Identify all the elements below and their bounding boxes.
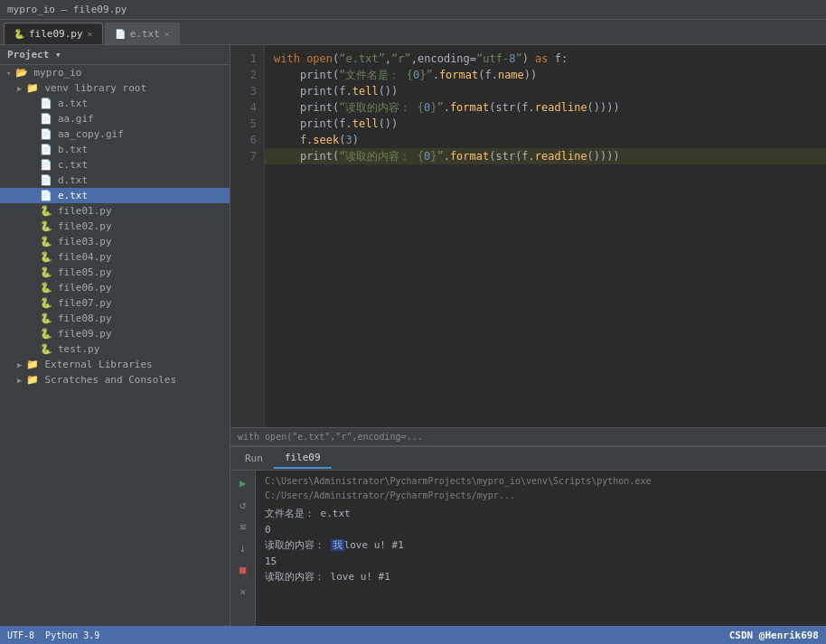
status-bar: UTF-8 Python 3.9 CSDN @Henrik698: [0, 626, 826, 644]
tree-item-scratches[interactable]: ▶📁Scratches and Consoles: [0, 372, 230, 387]
tree-label-a_txt: a.txt: [58, 98, 88, 109]
tree-item-mypro_io[interactable]: ▾📂mypro_io: [0, 65, 230, 80]
line-num-5: 5: [234, 116, 257, 132]
file-icon-aa_copy_gif: 📄: [40, 128, 52, 140]
tree-item-d_txt[interactable]: 📄d.txt: [0, 173, 230, 188]
tree-item-file04_py[interactable]: 🐍file04.py: [0, 249, 230, 265]
file-icon-file01_py: 🐍: [40, 205, 52, 217]
tab-icon-file09: 🐍: [14, 29, 24, 39]
run-scroll-button[interactable]: ≡: [234, 518, 252, 536]
file-icon-e_txt: 📄: [40, 190, 52, 201]
editor-statusbar: with open("e.txt","r",encoding=...: [230, 427, 826, 445]
run-tab-run[interactable]: Run: [234, 449, 274, 469]
tree-label-file08_py: file08.py: [58, 313, 112, 324]
tree-label-c_txt: c.txt: [58, 159, 88, 171]
code-line-5: print(f.tell()): [274, 116, 817, 132]
sidebar-header: Project ▾: [0, 45, 230, 65]
tab-label-file09: file09.py: [29, 28, 83, 40]
tab-label-etxt: e.txt: [130, 28, 160, 40]
tree-item-b_txt[interactable]: 📄b.txt: [0, 142, 230, 157]
tree-label-file03_py: file03.py: [58, 236, 112, 247]
tree-item-file03_py[interactable]: 🐍file03.py: [0, 234, 230, 249]
tree-label-file02_py: file02.py: [58, 220, 112, 232]
file-icon-file03_py: 🐍: [40, 236, 52, 247]
main-area: Project ▾ ▾📂mypro_io▶📁venv library root📄…: [0, 45, 826, 626]
chevron-mypro_io: ▾: [6, 69, 11, 78]
run-stop-button[interactable]: ■: [234, 561, 252, 579]
sidebar-header-label: Project ▾: [7, 49, 61, 61]
run-output-line-5: 读取的内容： love u! #1: [265, 569, 817, 585]
code-line-4: print(“读取的内容： {0}”.format(str(f.readline…: [274, 99, 817, 116]
file-icon-test_py: 🐍: [40, 343, 52, 355]
tree-item-file07_py[interactable]: 🐍file07.py: [0, 295, 230, 311]
run-tab-file[interactable]: file09: [274, 449, 332, 469]
tree-item-ext_lib[interactable]: ▶📁External Libraries: [0, 357, 230, 372]
tab-close-etxt[interactable]: ✕: [164, 29, 170, 39]
file-icon-file09_py: 🐍: [40, 328, 52, 340]
tree-item-file02_py[interactable]: 🐍file02.py: [0, 219, 230, 234]
run-toolbar: ▶ ↺ ≡ ↓ ■ ✕: [230, 471, 256, 626]
status-lang: Python 3.9: [45, 630, 99, 640]
tree-item-aa_copy_gif[interactable]: 📄aa_copy.gif: [0, 126, 230, 142]
file-icon-file05_py: 🐍: [40, 266, 52, 278]
tree-item-file01_py[interactable]: 🐍file01.py: [0, 203, 230, 219]
tree-item-file05_py[interactable]: 🐍file05.py: [0, 265, 230, 280]
run-panel-body: ▶ ↺ ≡ ↓ ■ ✕ C:\Users\Administrator\Pycha…: [230, 471, 826, 626]
run-panel: Run file09 ▶ ↺ ≡ ↓ ■ ✕ C:\Users\Administ…: [230, 445, 826, 626]
tree-label-d_txt: d.txt: [58, 174, 88, 186]
tree-label-b_txt: b.txt: [58, 144, 88, 155]
tree-label-file04_py: file04.py: [58, 251, 112, 263]
watermark: CSDN @Henrik698: [729, 630, 819, 641]
line-num-7: 7: [234, 148, 257, 164]
run-output-line-2: 读取的内容： 我love u! #1: [265, 537, 817, 554]
chevron-venv: ▶: [17, 84, 22, 93]
run-scrolldown-button[interactable]: ↓: [234, 539, 252, 557]
file-icon-ext_lib: 📁: [26, 359, 39, 370]
code-line-1: with open(“e.txt”,“r”,encoding=“utf-8”) …: [274, 51, 817, 67]
file-icon-file02_py: 🐍: [40, 220, 52, 232]
chevron-ext_lib: ▶: [17, 360, 22, 369]
title-bar: mypro_io – file09.py: [0, 0, 826, 20]
tab-file09[interactable]: 🐍file09.py✕: [4, 23, 103, 44]
tree-item-a_txt[interactable]: 📄a.txt: [0, 96, 230, 111]
tree-item-file09_py[interactable]: 🐍file09.py: [0, 326, 230, 341]
line-num-3: 3: [234, 83, 257, 99]
tree-item-aa_gif[interactable]: 📄aa.gif: [0, 111, 230, 126]
run-clear-button[interactable]: ✕: [234, 583, 252, 601]
tree-label-mypro_io: mypro_io: [33, 67, 81, 79]
tree-item-test_py[interactable]: 🐍test.py: [0, 341, 230, 357]
tree-label-scratches: Scratches and Consoles: [44, 374, 176, 386]
run-cmd-line: C:\Users\Administrator\PycharmProjects\m…: [265, 474, 817, 503]
tree-label-file06_py: file06.py: [58, 282, 112, 294]
tree-item-file08_py[interactable]: 🐍file08.py: [0, 311, 230, 326]
file-icon-scratches: 📁: [26, 374, 39, 386]
tree-item-c_txt[interactable]: 📄c.txt: [0, 157, 230, 173]
tree-label-test_py: test.py: [58, 343, 99, 355]
tree-item-file06_py[interactable]: 🐍file06.py: [0, 280, 230, 295]
file-icon-b_txt: 📄: [40, 144, 52, 155]
code-editor: 1234567 with open(“e.txt”,“r”,encoding=“…: [230, 45, 826, 427]
tab-close-file09[interactable]: ✕: [88, 29, 93, 39]
tabs-row: 🐍file09.py✕📄e.txt✕: [0, 20, 826, 45]
editor-area: 1234567 with open(“e.txt”,“r”,encoding=“…: [230, 45, 826, 626]
run-rerun-button[interactable]: ↺: [234, 496, 252, 514]
sidebar: Project ▾ ▾📂mypro_io▶📁venv library root📄…: [0, 45, 230, 626]
run-panel-tabs: Run file09: [230, 447, 826, 471]
file-icon-file08_py: 🐍: [40, 313, 52, 324]
run-play-button[interactable]: ▶: [234, 474, 252, 492]
status-left: UTF-8 Python 3.9: [7, 630, 99, 640]
line-num-6: 6: [234, 132, 257, 148]
tree-label-file07_py: file07.py: [58, 297, 112, 309]
tab-icon-etxt: 📄: [115, 29, 126, 39]
editor-breadcrumb: with open("e.txt","r",encoding=...: [238, 432, 423, 442]
run-output-line-1: 0: [265, 522, 817, 538]
tree-item-venv[interactable]: ▶📁venv library root: [0, 80, 230, 96]
tab-etxt[interactable]: 📄e.txt✕: [105, 23, 180, 44]
code-line-6: f.seek(3): [274, 132, 817, 148]
file-icon-venv: 📁: [26, 82, 39, 94]
line-num-1: 1: [234, 51, 257, 67]
code-content[interactable]: with open(“e.txt”,“r”,encoding=“utf-8”) …: [265, 45, 826, 427]
line-num-4: 4: [234, 99, 257, 116]
tree-item-e_txt[interactable]: 📄e.txt: [0, 188, 230, 203]
highlight-char-2: 我: [331, 539, 344, 551]
